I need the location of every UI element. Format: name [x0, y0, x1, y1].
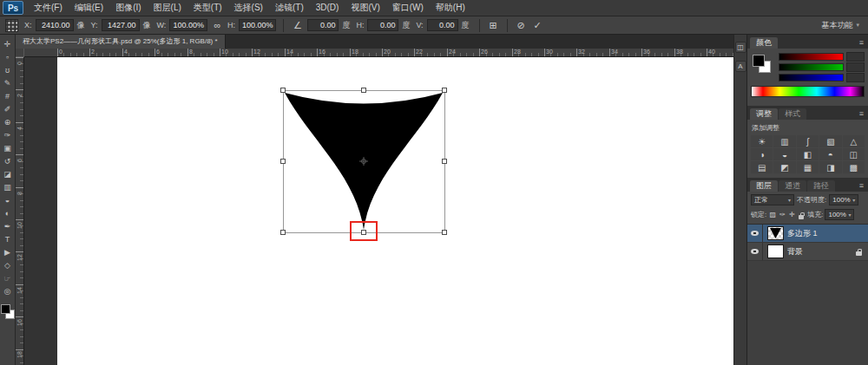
x-position-field[interactable]: 2410.00	[36, 19, 74, 31]
tab-color[interactable]: 颜色	[750, 37, 778, 49]
blend-mode-select[interactable]: 正常 ▾	[751, 194, 794, 205]
menu-item[interactable]: 窗口(W)	[386, 0, 430, 16]
tab-adjustments[interactable]: 调整	[750, 108, 778, 120]
link-dimensions-icon[interactable]: ∞	[211, 17, 224, 33]
blur-tool[interactable]: ◒	[0, 194, 16, 207]
handle-middle-left[interactable]	[281, 160, 286, 164]
foreground-color-swatch[interactable]	[1, 304, 10, 314]
lock-image-pixels-icon[interactable]: ✑	[778, 211, 786, 219]
green-channel-slider[interactable]	[779, 63, 844, 71]
warp-mode-toggle-icon[interactable]: ⊞	[487, 17, 500, 33]
foreground-color-swatch[interactable]	[753, 55, 765, 67]
vertical-ruler[interactable]: 024681012141618	[16, 57, 24, 365]
photo-filter-icon[interactable]: ◓	[819, 148, 841, 160]
exposure-icon[interactable]: ▧	[819, 135, 841, 147]
menu-item[interactable]: 编辑(E)	[69, 0, 109, 16]
crop-tool[interactable]: #	[0, 90, 16, 103]
panel-menu-icon[interactable]: ≡	[859, 180, 865, 192]
color-lookup-icon[interactable]: ▤	[751, 161, 773, 173]
color-spectrum-ramp[interactable]	[751, 86, 865, 97]
skew-v-field[interactable]: 0.00	[427, 19, 458, 31]
threshold-icon[interactable]: ◨	[819, 161, 841, 173]
height-scale-field[interactable]: 100.00%	[239, 19, 277, 31]
zoom-tool[interactable]: ◎	[0, 285, 16, 298]
workspace-switcher[interactable]: 基本功能 ▾	[821, 20, 859, 31]
tab-layers[interactable]: 图层	[750, 180, 778, 192]
menu-item[interactable]: 选择(S)	[228, 0, 269, 16]
collapsed-history-panel-icon[interactable]: ◫	[735, 42, 746, 53]
quick-selection-tool[interactable]: ✎	[0, 77, 16, 90]
black-white-icon[interactable]: ◧	[797, 148, 819, 160]
handle-bottom-center[interactable]	[362, 231, 366, 235]
visibility-eye-icon[interactable]	[747, 225, 763, 242]
red-channel-slider[interactable]	[779, 53, 844, 61]
brightness-contrast-icon[interactable]: ☀	[751, 135, 773, 147]
panel-menu-icon[interactable]: ≡	[859, 37, 865, 49]
handle-top-left[interactable]	[281, 88, 286, 93]
handle-bottom-right[interactable]	[443, 231, 447, 235]
invert-icon[interactable]: ◩	[773, 161, 795, 173]
lock-transparent-pixels-icon[interactable]: ▨	[768, 211, 777, 219]
menu-item[interactable]: 帮助(H)	[430, 0, 471, 16]
horizontal-ruler[interactable]: 0246810121416182022242628303234363840	[24, 49, 733, 57]
channel-value-field[interactable]	[846, 52, 865, 62]
fill-select[interactable]: 100% ▾	[825, 209, 854, 220]
menu-item[interactable]: 视图(V)	[345, 0, 385, 16]
channel-value-field[interactable]	[846, 62, 865, 72]
blue-channel-slider[interactable]	[779, 74, 844, 81]
menu-item[interactable]: 图层(L)	[148, 0, 187, 16]
gradient-tool[interactable]: ▥	[0, 181, 16, 194]
posterize-icon[interactable]: ▦	[797, 161, 819, 173]
pen-tool[interactable]: ✒	[0, 220, 16, 233]
move-tool[interactable]: ✛	[0, 38, 16, 51]
lasso-tool[interactable]: ʊ	[0, 64, 16, 77]
eyedropper-tool[interactable]: ✐	[0, 103, 16, 116]
shape-tool[interactable]: ◇	[0, 259, 16, 272]
layer-thumbnail[interactable]	[767, 244, 784, 258]
opacity-select[interactable]: 100% ▾	[829, 194, 858, 205]
handle-bottom-left[interactable]	[281, 231, 286, 235]
selective-color-icon[interactable]: ▩	[843, 161, 865, 173]
layer-row[interactable]: 背景	[747, 243, 868, 261]
color-balance-icon[interactable]: ◒	[773, 148, 795, 160]
reference-point-locator-icon[interactable]	[5, 19, 18, 32]
menu-item[interactable]: 文件(F)	[28, 0, 69, 16]
dodge-tool[interactable]: ◐	[0, 207, 16, 220]
layer-row[interactable]: 多边形 1	[747, 225, 868, 243]
clone-stamp-tool[interactable]: ▣	[0, 142, 16, 155]
menu-item[interactable]: 3D(D)	[310, 0, 345, 16]
canvas-viewport[interactable]	[24, 57, 733, 365]
layer-thumbnail[interactable]	[767, 226, 784, 240]
levels-icon[interactable]: ▥	[773, 135, 795, 147]
tab-channels[interactable]: 通道	[779, 180, 806, 192]
tab-paths[interactable]: 路径	[807, 180, 835, 192]
hue-saturation-icon[interactable]: ◑	[751, 148, 773, 160]
menu-item[interactable]: 类型(T)	[187, 0, 228, 16]
y-position-field[interactable]: 1427.00	[102, 19, 140, 31]
brush-tool[interactable]: ✑	[0, 129, 16, 142]
channel-value-field[interactable]	[846, 73, 865, 82]
channel-mixer-icon[interactable]: ◫	[843, 148, 865, 160]
panel-menu-icon[interactable]: ≡	[859, 108, 865, 120]
path-selection-tool[interactable]: ▶	[0, 246, 16, 259]
document-tab[interactable]: 程大太学PS2——几何形状工具.psd @ 25%(多边形 1, RGB/8) …	[16, 35, 226, 49]
history-brush-tool[interactable]: ↺	[0, 155, 16, 168]
lock-position-icon[interactable]: ✛	[787, 211, 796, 219]
menu-item[interactable]: 图像(I)	[109, 0, 147, 16]
skew-h-field[interactable]: 0.00	[367, 19, 398, 31]
cancel-transform-icon[interactable]: ⊘	[515, 17, 528, 33]
handle-top-right[interactable]	[443, 88, 447, 93]
tab-styles[interactable]: 样式	[779, 108, 806, 120]
collapsed-character-panel-icon[interactable]: A	[735, 61, 746, 72]
width-scale-field[interactable]: 100.00%	[169, 19, 207, 31]
handle-middle-right[interactable]	[443, 160, 447, 164]
lock-all-icon[interactable]	[797, 211, 806, 219]
document-canvas[interactable]	[57, 57, 733, 365]
healing-brush-tool[interactable]: ⊕	[0, 116, 16, 129]
visibility-eye-icon[interactable]	[747, 243, 763, 260]
curves-icon[interactable]: ʃ	[797, 135, 819, 147]
hand-tool[interactable]: ☞	[0, 272, 16, 285]
vibrance-icon[interactable]: △	[843, 135, 865, 147]
eraser-tool[interactable]: ◪	[0, 168, 16, 181]
type-tool[interactable]: T	[0, 233, 16, 246]
